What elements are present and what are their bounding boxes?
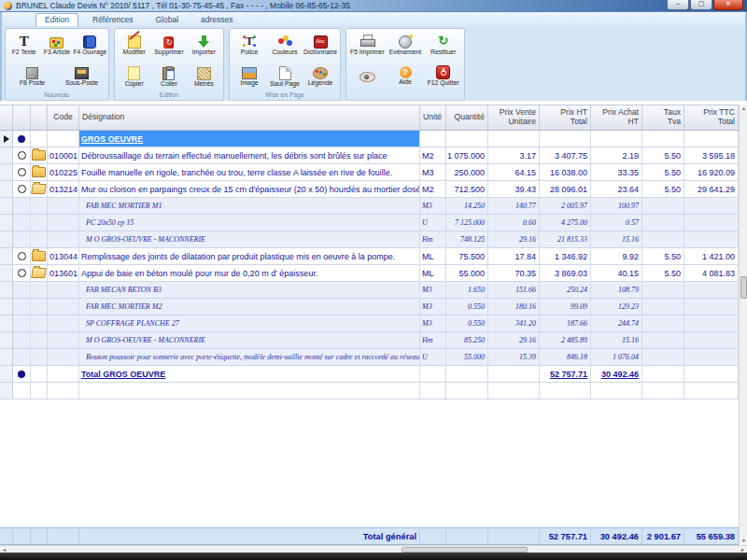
folder-closed-icon[interactable] xyxy=(32,251,46,261)
importer-button[interactable]: Importer xyxy=(187,30,221,61)
header-prix-vente-unitaire[interactable]: Prix Vente Unitaire xyxy=(488,105,540,130)
cell-taux-tva xyxy=(642,131,684,147)
dictionnaire-button[interactable]: Dictionnaire xyxy=(303,30,338,61)
cell-designation: FAB MECAN BETON B3 xyxy=(79,282,420,298)
table-row[interactable]: 010225Fouille manuelle en rigole, tranch… xyxy=(0,164,739,181)
table-row[interactable]: FAB MECAN BETON B3M31.650151.66250.24108… xyxy=(0,282,739,299)
scroll-up-icon[interactable]: ▲ xyxy=(740,105,747,113)
cell-prix-ttc-total xyxy=(684,299,739,315)
header-code[interactable]: Code xyxy=(48,105,79,130)
header-taux-tva[interactable]: Taux Tva xyxy=(642,105,684,130)
cell-prix-achat-ht: 23.64 xyxy=(591,181,642,197)
header-quantite[interactable]: Quantité xyxy=(446,105,488,130)
tab-edition[interactable]: Edition xyxy=(35,13,78,26)
ribbon-button-label: Coller xyxy=(161,81,177,88)
ribbon-row: F5 ImprimerEvénementRestituer xyxy=(348,30,462,61)
ribbon-button-label: Importer xyxy=(192,49,216,56)
scroll-down-icon[interactable]: ▼ xyxy=(740,537,747,545)
saut-page-button[interactable]: Saut Page xyxy=(267,61,303,91)
table-row[interactable]: FAB MEC MORTIER M2M30.550180.1699.09129.… xyxy=(0,299,739,315)
cell-prix-vente-unitaire xyxy=(488,366,540,382)
eye-button[interactable] xyxy=(348,61,387,91)
table-row[interactable]: 013601Appui de baie en béton moulé pour … xyxy=(0,265,739,282)
table-row[interactable]: FAB MEC MORTIER M1M314.250140.772 005.97… xyxy=(0,198,739,215)
modifier-button[interactable]: Modifier xyxy=(117,30,151,61)
minimize-button[interactable]: – xyxy=(667,0,689,10)
vertical-scroll-thumb[interactable] xyxy=(740,276,747,299)
ribbon-row: F2 TexteF3 ArticleF4 Ouvrage xyxy=(7,30,106,61)
sous-poste-button[interactable]: Sous-Poste xyxy=(57,61,106,91)
restituer-button[interactable]: Restituer xyxy=(424,30,462,61)
f8-poste-button[interactable]: F8 Poste xyxy=(7,61,57,91)
cell-unite: ML xyxy=(420,248,446,264)
row-marker-cell xyxy=(13,131,31,147)
cell-prix-vente-unitaire: 29.16 xyxy=(488,332,540,348)
cell-unite xyxy=(420,366,446,382)
image-button[interactable]: Image xyxy=(232,61,267,91)
f12-quitter-button[interactable]: F12 Quitter xyxy=(424,61,462,91)
table-row[interactable] xyxy=(0,383,739,399)
f4-ouvrage-button[interactable]: F4 Ouvrage xyxy=(74,30,106,61)
grid-header: Code Désignation Unité Quantité Prix Ven… xyxy=(0,105,739,131)
table-row[interactable]: GROS OEUVRE xyxy=(0,131,739,147)
cell-code xyxy=(48,315,79,331)
tab-références[interactable]: Références xyxy=(84,14,141,26)
f2-texte-button[interactable]: F2 Texte xyxy=(7,30,40,61)
cell-taux-tva: 5.50 xyxy=(642,248,684,264)
table-row[interactable]: Bouton poussoir pour sonnerie avec porte… xyxy=(0,349,739,366)
table-row[interactable]: M O GROS-OEUVRE - MACONNERIEHm748.12529.… xyxy=(0,231,739,248)
header-designation[interactable]: Désignation xyxy=(79,105,420,130)
aide-button[interactable]: Aide xyxy=(387,61,425,91)
table-row[interactable]: 010001Débroussaillage du terrain effectu… xyxy=(0,147,739,164)
ribbon-button-label: Police xyxy=(241,49,259,56)
table-row[interactable]: 013044Remplissage des joints de dilatati… xyxy=(0,248,739,265)
f3-article-button[interactable]: F3 Article xyxy=(40,30,73,61)
cell-designation: SP COFFRAGE PLANCHE 27 xyxy=(79,315,420,331)
evénement-button[interactable]: Evénement xyxy=(387,30,425,61)
cell-unite: M3 xyxy=(420,198,446,214)
coller-button[interactable]: Coller xyxy=(151,61,186,91)
horizontal-scrollbar[interactable]: ◄ ► xyxy=(0,545,747,553)
table-row[interactable]: M O GROS-OEUVRE - MACONNERIEHm85.25029.1… xyxy=(0,332,739,349)
printer-icon xyxy=(359,35,375,49)
table-row[interactable]: 013214Mur ou cloison en parpaings creux … xyxy=(0,181,739,198)
tab-global[interactable]: Global xyxy=(147,14,187,26)
table-row[interactable]: PC 20x50 ep 15U7 125.0000.604 275.000.57 xyxy=(0,215,739,231)
cell-quantite: 1.650 xyxy=(446,282,488,298)
header-prix-ttc-total[interactable]: Prix TTC Total xyxy=(684,105,739,130)
cell-prix-achat-ht: 33.35 xyxy=(591,164,642,180)
couleurs-button[interactable]: Couleurs xyxy=(267,30,303,61)
close-button[interactable]: ✕ xyxy=(713,0,743,10)
copier-button[interactable]: Copier xyxy=(117,61,151,91)
ribbon-button-label: Sous-Poste xyxy=(65,80,98,87)
dictionary-icon xyxy=(314,35,328,49)
police-button[interactable]: Police xyxy=(232,30,267,61)
supprimer-button[interactable]: Supprimer xyxy=(151,30,186,61)
cell-taux-tva xyxy=(642,349,684,365)
table-row[interactable]: SP COFFRAGE PLANCHE 27M30.550341.20187.6… xyxy=(0,315,739,332)
footer-code xyxy=(48,528,79,544)
folder-open-icon[interactable] xyxy=(31,184,47,194)
ribbon-row: CopierCollerMétrés xyxy=(117,61,221,91)
app-window: BRUNEL Claude Devis N° 2010/ 5117 , Tél … xyxy=(0,0,747,560)
row-marker-cell xyxy=(13,215,31,231)
vertical-scrollbar[interactable]: ▲ ▼ xyxy=(739,105,747,545)
f5-imprimer-button[interactable]: F5 Imprimer xyxy=(348,30,387,61)
header-prix-ht-total[interactable]: Prix HT Total xyxy=(540,105,591,130)
cell-quantite: 0.550 xyxy=(446,299,488,315)
cell-unite: M3 xyxy=(420,282,446,298)
légende-button[interactable]: Légende xyxy=(303,61,338,91)
maximize-button[interactable]: ▢ xyxy=(690,0,712,10)
tab-adresses[interactable]: adresses xyxy=(192,14,242,26)
header-prix-achat-ht[interactable]: Prix Achat HT xyxy=(591,105,642,130)
header-unite[interactable]: Unité xyxy=(420,105,446,130)
métrés-button[interactable]: Métrés xyxy=(187,61,221,91)
cell-designation: FAB MEC MORTIER M2 xyxy=(79,299,420,315)
folder-open-icon[interactable] xyxy=(31,268,47,278)
cell-prix-ht-total: 21 815.33 xyxy=(540,231,591,247)
folder-closed-icon[interactable] xyxy=(32,167,46,177)
ribbon-group-mise-en-page: PoliceCouleursDictionnaireImageSaut Page… xyxy=(229,28,341,101)
table-row[interactable]: Total GROS OEUVRE52 757.7130 492.46 xyxy=(0,366,739,383)
footer-gutter xyxy=(0,528,13,544)
folder-closed-icon[interactable] xyxy=(32,150,46,161)
